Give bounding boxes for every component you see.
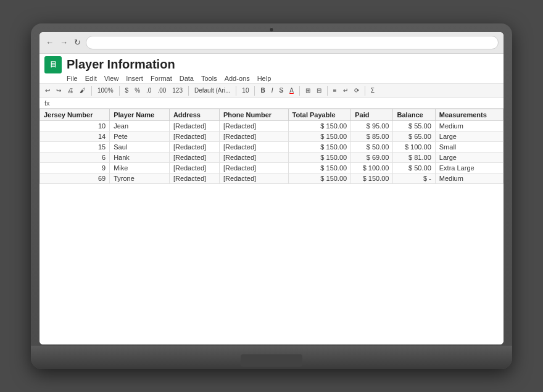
italic-button[interactable]: I [270, 86, 275, 94]
back-button[interactable]: ← [44, 38, 55, 47]
menu-data[interactable]: Data [180, 75, 194, 82]
format-dec1-button[interactable]: .0 [144, 86, 153, 94]
rotate-button[interactable]: ⟳ [352, 86, 361, 94]
merge-button[interactable]: ⊟ [315, 86, 323, 94]
table-cell[interactable]: $ 100.00 [351, 162, 393, 173]
table-cell[interactable]: Saul [110, 141, 170, 152]
table-cell[interactable]: 9 [40, 162, 110, 173]
menu-edit[interactable]: Edit [85, 75, 97, 82]
font-color-button[interactable]: A [288, 86, 296, 94]
format-dollar-button[interactable]: $ [123, 86, 131, 94]
table-cell[interactable]: Medium [435, 120, 503, 131]
table-cell[interactable]: $ 81.00 [393, 152, 435, 162]
toolbar-sep-8 [365, 86, 365, 96]
spreadsheet-area[interactable]: Jersey Number Player Name Address Phone … [39, 109, 504, 344]
format-pct-button[interactable]: % [133, 86, 142, 94]
table-cell[interactable]: [Redacted] [169, 162, 219, 173]
table-cell[interactable]: $ 50.00 [351, 141, 393, 152]
menu-insert[interactable]: Insert [126, 75, 143, 82]
undo-button[interactable]: ↩ [43, 86, 52, 94]
table-cell[interactable]: Tyrone [110, 173, 170, 183]
table-cell[interactable]: $ 150.00 [288, 131, 351, 141]
font-size-button[interactable]: 10 [240, 86, 251, 94]
table-cell[interactable]: [Redacted] [169, 131, 219, 141]
bold-button[interactable]: B [259, 86, 267, 94]
table-row[interactable]: 69Tyrone[Redacted][Redacted]$ 150.00$ 15… [40, 173, 504, 183]
strikethrough-button[interactable]: S [277, 86, 285, 94]
table-cell[interactable]: $ 150.00 [288, 120, 351, 131]
spreadsheet-title: Player Information [67, 57, 175, 72]
table-cell[interactable]: $ 150.00 [288, 141, 351, 152]
table-cell[interactable]: Pete [110, 131, 170, 141]
table-cell[interactable]: $ 150.00 [288, 162, 351, 173]
menu-help[interactable]: Help [257, 75, 272, 82]
align-button[interactable]: ≡ [331, 86, 339, 94]
zoom-button[interactable]: 100% [96, 86, 115, 94]
functions-button[interactable]: Σ [369, 86, 376, 94]
trackpad[interactable] [241, 354, 302, 367]
toolbar-sep-7 [327, 86, 328, 96]
laptop-base [31, 346, 512, 369]
table-cell[interactable]: [Redacted] [169, 141, 219, 152]
table-cell[interactable]: Large [435, 131, 503, 141]
table-cell[interactable]: [Redacted] [219, 120, 288, 131]
table-cell[interactable]: $ 55.00 [393, 120, 435, 131]
table-cell[interactable]: Medium [435, 173, 503, 183]
table-cell[interactable]: 6 [40, 152, 110, 162]
table-cell[interactable]: $ 150.00 [288, 173, 351, 183]
table-cell[interactable]: Hank [110, 152, 170, 162]
table-cell[interactable]: [Redacted] [219, 173, 288, 183]
table-cell[interactable]: $ 85.00 [351, 131, 393, 141]
menu-bar: File Edit View Insert Format Data Tools … [39, 75, 504, 83]
menu-tools[interactable]: Tools [201, 75, 217, 82]
formula-bar: fx [39, 98, 504, 109]
table-cell[interactable]: [Redacted] [219, 141, 288, 152]
format-dec2-button[interactable]: .00 [155, 86, 168, 94]
url-bar[interactable] [86, 36, 499, 49]
table-cell[interactable]: [Redacted] [169, 173, 219, 183]
borders-button[interactable]: ⊞ [304, 86, 312, 94]
menu-addons[interactable]: Add-ons [225, 75, 250, 82]
table-cell[interactable]: $ 150.00 [351, 173, 393, 183]
table-cell[interactable]: Mike [110, 162, 170, 173]
paint-format-button[interactable]: 🖌 [78, 86, 88, 94]
table-cell[interactable]: Large [435, 152, 503, 162]
table-cell[interactable]: [Redacted] [219, 131, 288, 141]
menu-format[interactable]: Format [151, 75, 172, 82]
table-cell[interactable]: $ 95.00 [351, 120, 393, 131]
table-row[interactable]: 6Hank[Redacted][Redacted]$ 150.00$ 69.00… [40, 152, 504, 162]
table-cell[interactable]: 10 [40, 120, 110, 131]
sheets-icon: 目 [44, 56, 62, 73]
table-cell[interactable]: $ 69.00 [351, 152, 393, 162]
table-cell[interactable]: [Redacted] [169, 120, 219, 131]
format-num-button[interactable]: 123 [170, 86, 184, 94]
table-cell[interactable]: Small [435, 141, 503, 152]
table-row[interactable]: 9Mike[Redacted][Redacted]$ 150.00$ 100.0… [40, 162, 504, 173]
table-cell[interactable]: $ - [393, 173, 435, 183]
table-row[interactable]: 10Jean[Redacted][Redacted]$ 150.00$ 95.0… [40, 120, 504, 131]
table-cell[interactable]: Extra Large [435, 162, 503, 173]
table-cell[interactable]: $ 100.00 [393, 141, 435, 152]
forward-button[interactable]: → [59, 38, 69, 47]
table-cell[interactable]: 14 [40, 131, 110, 141]
table-cell[interactable]: [Redacted] [219, 162, 288, 173]
wrap-button[interactable]: ↵ [341, 86, 350, 94]
print-button[interactable]: 🖨 [65, 86, 75, 94]
table-row[interactable]: 14Pete[Redacted][Redacted]$ 150.00$ 85.0… [40, 131, 504, 141]
table-cell[interactable]: 15 [40, 141, 110, 152]
col-header-paid: Paid [351, 109, 393, 120]
table-cell[interactable]: $ 150.00 [288, 152, 351, 162]
menu-file[interactable]: File [67, 75, 78, 82]
table-cell[interactable]: Jean [110, 120, 170, 131]
menu-view[interactable]: View [104, 75, 119, 82]
font-family-button[interactable]: Default (Ari... [193, 86, 232, 94]
table-row[interactable]: 15Saul[Redacted][Redacted]$ 150.00$ 50.0… [40, 141, 504, 152]
col-header-name: Player Name [110, 109, 170, 120]
redo-button[interactable]: ↪ [54, 86, 63, 94]
table-cell[interactable]: $ 65.00 [393, 131, 435, 141]
refresh-button[interactable]: ↻ [73, 38, 82, 47]
table-cell[interactable]: 69 [40, 173, 110, 183]
table-cell[interactable]: $ 50.00 [393, 162, 435, 173]
table-cell[interactable]: [Redacted] [169, 152, 219, 162]
table-cell[interactable]: [Redacted] [219, 152, 288, 162]
